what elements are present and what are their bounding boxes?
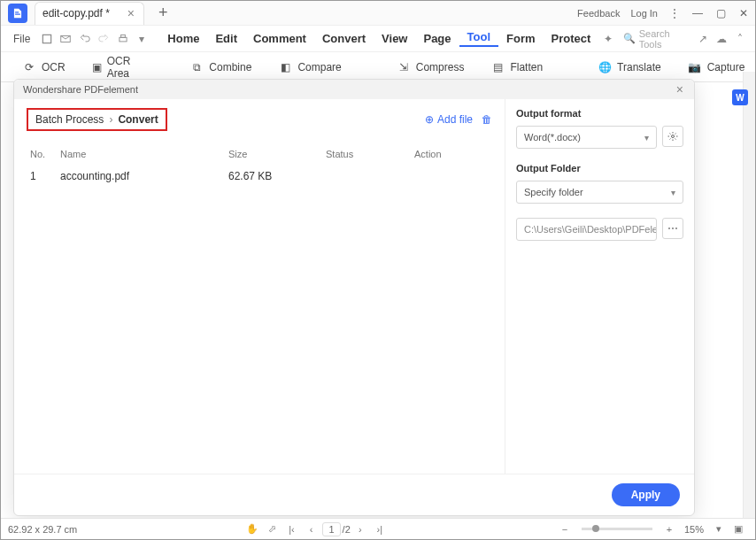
minimize-icon[interactable]: — bbox=[686, 7, 709, 19]
chevron-up-icon[interactable]: ˄ bbox=[731, 29, 750, 49]
add-file-button[interactable]: ⊕ Add file bbox=[425, 113, 473, 126]
combine-icon: ⧉ bbox=[189, 60, 204, 74]
scrollbar[interactable] bbox=[743, 72, 755, 518]
zoom-in-icon[interactable]: + bbox=[660, 524, 679, 535]
table-header: No. Name Size Status Action bbox=[27, 143, 492, 165]
translate-button[interactable]: 🌐Translate bbox=[592, 57, 667, 78]
file-menu[interactable]: File bbox=[6, 33, 37, 45]
more-icon[interactable]: ⋮ bbox=[663, 7, 686, 19]
output-format-select[interactable]: Word(*.docx) ▾ bbox=[516, 126, 657, 149]
chevron-down-icon: ▾ bbox=[644, 133, 649, 143]
next-page-icon[interactable]: › bbox=[351, 524, 370, 535]
flatten-icon: ▤ bbox=[490, 60, 505, 74]
menu-form[interactable]: Form bbox=[498, 32, 544, 45]
word-format-badge[interactable]: W bbox=[732, 89, 748, 105]
output-format-label: Output format bbox=[516, 108, 683, 119]
menu-home[interactable]: Home bbox=[159, 32, 207, 45]
compress-icon: ⇲ bbox=[397, 60, 411, 74]
prev-page-icon[interactable]: ‹ bbox=[301, 524, 320, 535]
dialog-left-panel: Batch Process › Convert ⊕ Add file 🗑 No.… bbox=[14, 99, 505, 474]
apply-button[interactable]: Apply bbox=[612, 483, 680, 506]
table-row[interactable]: 1 accounting.pdf 62.67 KB bbox=[27, 165, 492, 188]
fit-page-icon[interactable]: ▣ bbox=[729, 523, 748, 535]
cell-no: 1 bbox=[30, 170, 60, 182]
capture-button[interactable]: 📷Capture bbox=[683, 57, 751, 78]
col-status: Status bbox=[326, 149, 414, 159]
chevron-down-icon: ▾ bbox=[671, 188, 675, 197]
save-icon[interactable] bbox=[37, 29, 56, 49]
menu-protect[interactable]: Protect bbox=[544, 32, 599, 45]
search-placeholder: Search Tools bbox=[639, 28, 693, 50]
breadcrumb-current: Convert bbox=[118, 113, 158, 126]
dialog-close-icon[interactable]: × bbox=[671, 82, 689, 96]
mail-icon[interactable] bbox=[57, 29, 75, 49]
col-action: Action bbox=[414, 149, 467, 159]
cell-size: 62.67 KB bbox=[228, 170, 326, 182]
col-size: Size bbox=[228, 149, 326, 159]
titlebar: edit-copy.pdf * × + Feedback Log In ⋮ — … bbox=[1, 1, 755, 26]
login-link[interactable]: Log In bbox=[630, 8, 658, 19]
output-folder-label: Output Folder bbox=[516, 163, 683, 174]
browse-folder-button[interactable]: ⋯ bbox=[662, 218, 683, 239]
last-page-icon[interactable]: ›| bbox=[370, 524, 390, 535]
dropdown-icon[interactable]: ▾ bbox=[132, 29, 150, 49]
share-icon[interactable]: ↗ bbox=[693, 29, 712, 49]
zoom-slider[interactable] bbox=[582, 528, 652, 530]
document-tab-label: edit-copy.pdf * bbox=[42, 7, 110, 19]
ocr-icon: ⟳ bbox=[22, 60, 36, 74]
undo-icon[interactable] bbox=[75, 29, 94, 49]
close-window-icon[interactable]: ✕ bbox=[732, 7, 755, 19]
maximize-icon[interactable]: ▢ bbox=[709, 7, 732, 19]
wand-icon[interactable]: ✦ bbox=[598, 29, 617, 49]
breadcrumb-root[interactable]: Batch Process bbox=[35, 113, 104, 126]
ocr-button[interactable]: ⟳OCR bbox=[17, 57, 71, 78]
output-folder-select[interactable]: Specify folder ▾ bbox=[516, 181, 683, 204]
compress-button[interactable]: ⇲Compress bbox=[391, 57, 470, 78]
page-input[interactable]: 1 bbox=[322, 522, 340, 536]
svg-rect-3 bbox=[120, 35, 125, 37]
app-logo bbox=[8, 4, 27, 23]
document-tab[interactable]: edit-copy.pdf * × bbox=[35, 2, 144, 25]
flatten-button[interactable]: ▤Flatten bbox=[485, 57, 548, 78]
compare-button[interactable]: ◧Compare bbox=[273, 57, 346, 78]
output-format-value: Word(*.docx) bbox=[524, 132, 581, 143]
toolbar: ⟳OCR ▣OCR Area ⧉Combine ◧Compare ⇲Compre… bbox=[1, 52, 755, 82]
first-page-icon[interactable]: |‹ bbox=[282, 524, 301, 535]
select-tool-icon[interactable]: ⬀ bbox=[262, 523, 282, 535]
capture-icon: 📷 bbox=[688, 60, 702, 74]
redo-icon[interactable] bbox=[94, 29, 112, 49]
zoom-out-icon[interactable]: − bbox=[555, 524, 575, 535]
breadcrumb: Batch Process › Convert bbox=[27, 108, 167, 131]
output-path-value: C:\Users\Geili\Desktop\PDFelement\Co bbox=[524, 224, 657, 235]
search-icon: 🔍 bbox=[623, 33, 636, 44]
combine-button[interactable]: ⧉Combine bbox=[184, 57, 257, 78]
menu-edit[interactable]: Edit bbox=[207, 32, 245, 45]
print-icon[interactable] bbox=[113, 29, 132, 49]
dialog-titlebar: Wondershare PDFelement × bbox=[14, 80, 694, 99]
feedback-link[interactable]: Feedback bbox=[577, 8, 620, 19]
cell-status bbox=[326, 170, 414, 182]
output-path-field[interactable]: C:\Users\Geili\Desktop\PDFelement\Co bbox=[516, 218, 657, 241]
compare-icon: ◧ bbox=[278, 60, 292, 74]
format-settings-button[interactable] bbox=[662, 126, 683, 147]
dialog-right-panel: Output format Word(*.docx) ▾ Output Fold… bbox=[505, 99, 694, 474]
menu-view[interactable]: View bbox=[374, 32, 415, 45]
statusbar: 62.92 x 29.7 cm ✋ ⬀ |‹ ‹ 1 /2 › ›| − + 1… bbox=[1, 518, 755, 539]
menu-tool[interactable]: Tool bbox=[459, 30, 498, 47]
new-tab-button[interactable]: + bbox=[153, 4, 174, 22]
close-tab-icon[interactable]: × bbox=[127, 6, 135, 20]
plus-icon: ⊕ bbox=[425, 113, 434, 126]
col-no: No. bbox=[30, 149, 60, 159]
zoom-dropdown-icon[interactable]: ▾ bbox=[709, 523, 729, 535]
cloud-icon[interactable]: ☁ bbox=[712, 29, 730, 49]
menu-comment[interactable]: Comment bbox=[245, 32, 314, 45]
zoom-value: 15% bbox=[684, 524, 704, 535]
ocr-area-icon: ▣ bbox=[92, 60, 102, 74]
delete-button[interactable]: 🗑 bbox=[482, 113, 492, 126]
hand-tool-icon[interactable]: ✋ bbox=[243, 523, 262, 535]
cell-action bbox=[414, 170, 467, 182]
menu-convert[interactable]: Convert bbox=[314, 32, 374, 45]
menu-page[interactable]: Page bbox=[415, 32, 459, 45]
search-tools[interactable]: 🔍 Search Tools bbox=[623, 28, 693, 50]
dialog-footer: Apply bbox=[14, 474, 694, 515]
